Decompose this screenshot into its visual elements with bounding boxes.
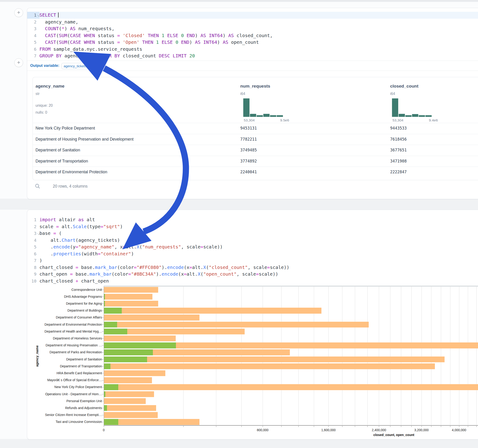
code-text: FROM sample_data.nyc.service_requests <box>39 46 142 53</box>
gridline <box>298 286 299 425</box>
y-axis-label: Department of Housing Preservation … <box>33 343 102 347</box>
x-tick <box>379 426 379 427</box>
gridline <box>390 286 390 425</box>
code-line[interactable]: 2 agency_name, <box>27 19 478 25</box>
y-tick <box>102 304 104 304</box>
output-variable-label: Output variable: <box>30 63 59 68</box>
bar-closed-count <box>104 370 165 376</box>
y-axis-label: Department of Buildings <box>33 309 102 312</box>
code-line[interactable]: 4 CAST(SUM(CASE WHEN status = 'Closed' T… <box>27 32 478 39</box>
x-tick <box>298 426 299 427</box>
y-tick <box>102 345 104 346</box>
bar-closed-count <box>104 412 158 418</box>
gridline <box>328 286 329 425</box>
code-line[interactable]: 3 COUNT(*) AS num_requests, <box>27 25 478 32</box>
line-number: 2 <box>27 19 39 25</box>
table-row[interactable]: New York City Police Department945313194… <box>33 123 478 134</box>
bar-closed-count <box>104 405 156 411</box>
line-number: 5 <box>27 39 39 46</box>
gridline <box>367 286 368 425</box>
y-axis-label: Personal Exemption Unit <box>33 399 102 403</box>
histogram-min-label: 53,304 <box>244 118 255 122</box>
gridline <box>355 286 355 425</box>
code-line[interactable]: 1SELECT <box>27 12 478 19</box>
bar-closed-count <box>104 294 152 300</box>
gridline <box>241 286 242 425</box>
y-axis-label: Operations Unit - Department of Hom… <box>33 392 102 396</box>
x-axis-line <box>104 425 478 426</box>
y-tick <box>102 359 104 360</box>
column-meta-unique: unique: 20 <box>36 104 53 108</box>
column-type-agency-name: str <box>36 92 40 96</box>
histogram-bar <box>263 114 270 117</box>
x-tick-label: 4,000,000 <box>452 428 466 432</box>
y-axis-label: Department of Transportation <box>33 364 102 368</box>
y-axis-label: Department of Homeless Services <box>33 336 102 340</box>
page-bottom-area <box>0 439 478 448</box>
x-tick <box>431 426 431 427</box>
y-tick <box>102 394 104 394</box>
histogram-bar <box>243 98 250 117</box>
y-axis-label: Department of Consumer Affairs <box>33 316 102 319</box>
bar-closed-count <box>104 287 158 293</box>
x-tick <box>476 426 477 427</box>
cell-closed-count: 3471908 <box>390 159 407 163</box>
histogram-bar <box>392 98 398 117</box>
code-text: SELECT <box>39 12 478 19</box>
table-row[interactable]: Department of Environmental Protection22… <box>33 167 478 178</box>
bar-open-count <box>104 384 118 390</box>
code-line[interactable]: 6FROM sample_data.nyc.service_requests <box>27 46 478 53</box>
code-line[interactable]: 5 CAST(SUM(CASE WHEN status = 'Open' THE… <box>27 39 478 46</box>
column-header-agency-name[interactable]: agency_name <box>36 84 65 89</box>
y-axis-label: New York City Police Department <box>33 385 102 389</box>
gridline <box>263 286 263 425</box>
cell-num-requests: 3774892 <box>240 159 257 163</box>
gridline <box>441 286 441 425</box>
y-axis-label: Department of Parks and Recreation <box>33 350 102 354</box>
column-header-num-requests[interactable]: num_requests <box>240 84 270 89</box>
column-type-num-requests: i64 <box>240 92 245 96</box>
page-top-divider <box>0 0 478 2</box>
table-row[interactable]: Department of Housing Preservation and D… <box>33 134 478 145</box>
y-axis-label: Taxi and Limousine Commission <box>33 420 102 423</box>
y-tick <box>102 366 104 367</box>
histogram-max-label: 9.5e6 <box>280 118 289 122</box>
code-text: CAST(SUM(CASE WHEN status = 'Open' THEN … <box>39 39 259 46</box>
cell-num-requests: 9453131 <box>240 126 257 131</box>
line-number: 7 <box>27 53 39 59</box>
cell-agency-name: New York City Police Department <box>36 126 95 131</box>
bar-closed-count <box>104 322 369 328</box>
gridline <box>411 286 412 425</box>
search-icon[interactable] <box>35 183 40 189</box>
cell-agency-name: Department of Housing Preservation and D… <box>36 137 133 142</box>
cell-num-requests: 7782211 <box>240 137 257 142</box>
column-type-closed-count: i64 <box>390 92 395 96</box>
x-axis-title: closed_count, open_count <box>371 433 417 437</box>
y-tick <box>102 380 104 380</box>
bar-open-count <box>104 329 127 335</box>
code-text: GROUP BY agency_name ORDER BY closed_cou… <box>39 53 195 59</box>
x-tick <box>241 426 242 427</box>
output-variable-chip[interactable]: agency_tickets <box>61 63 89 69</box>
gridline <box>401 286 401 425</box>
bar-closed-count <box>104 315 200 321</box>
add-cell-button-middle[interactable]: + <box>14 58 23 67</box>
y-tick <box>102 324 104 325</box>
column-header-closed-count[interactable]: closed_count <box>390 84 418 89</box>
table-row[interactable]: Department of Sanitation37494853677651 <box>33 145 478 156</box>
code-text: CAST(SUM(CASE WHEN status = 'Closed' THE… <box>39 32 273 39</box>
chart-top-divider <box>104 286 478 286</box>
table-row[interactable]: Department of Transportation377489234719… <box>33 156 478 167</box>
add-cell-button-top[interactable]: + <box>14 8 23 17</box>
gridline <box>459 286 459 425</box>
y-axis-label: HRA Benefit Card Replacement <box>33 371 102 375</box>
x-tick <box>401 426 401 427</box>
code-line[interactable]: 7GROUP BY agency_name ORDER BY closed_co… <box>27 53 478 59</box>
histogram-min-label: 53,304 <box>392 118 403 122</box>
gridline <box>342 286 342 425</box>
row-count-summary: 20 rows, 4 columns <box>53 183 88 189</box>
bar-open-count <box>104 405 107 411</box>
x-tick <box>459 426 459 427</box>
x-tick <box>342 426 342 427</box>
sql-code-editor[interactable]: 1SELECT2 agency_name,3 COUNT(*) AS num_r… <box>27 12 478 59</box>
